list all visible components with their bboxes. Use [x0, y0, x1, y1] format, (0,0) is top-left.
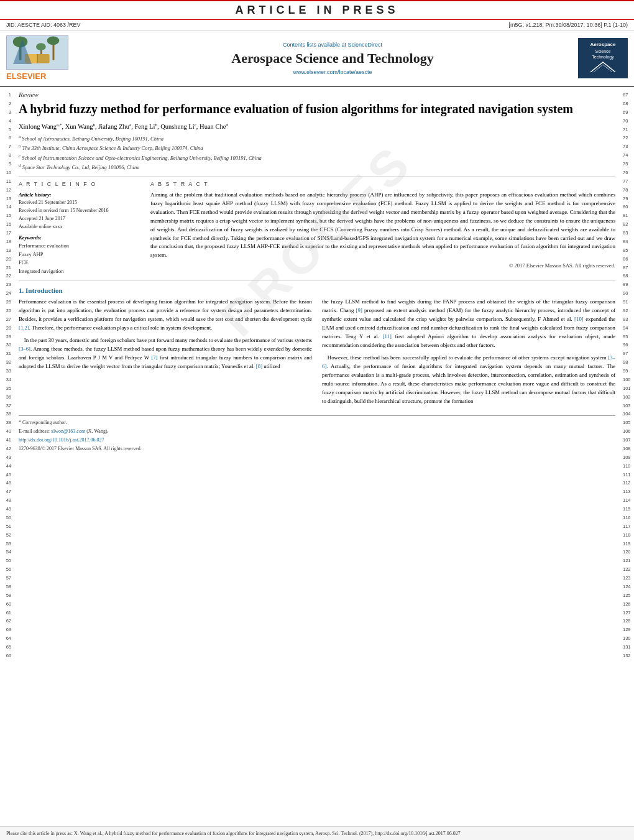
line-num-95: 95 [623, 333, 634, 341]
author-xun: Xun Wangb [65, 123, 95, 130]
line-num-123: 123 [623, 574, 634, 583]
journal-url[interactable]: www.elsevier.com/locate/aescte [87, 69, 578, 75]
top-meta-bar: JID: AESCTE AID: 4063 /REV [m5G; v1.218;… [0, 20, 634, 30]
ast-logo: Aerospace Science Technology [578, 38, 628, 78]
journal-center: Contents lists available at ScienceDirec… [87, 42, 578, 75]
line-num-108: 108 [623, 445, 634, 453]
line-num-100: 100 [623, 376, 634, 384]
line-num-62: 62 [0, 617, 11, 625]
line-num-116: 116 [623, 514, 634, 522]
page-body: 1 2 3 4 5 6 7 8 9 10 11 12 13 14 15 16 1… [0, 87, 634, 660]
line-num-16: 16 [0, 220, 11, 229]
line-num-50: 50 [0, 514, 11, 522]
line-num-94: 94 [623, 324, 634, 333]
line-num-28: 28 [0, 324, 11, 333]
article-in-press-banner: ARTICLE IN PRESS [0, 0, 634, 20]
line-num-126: 126 [623, 600, 634, 609]
line-num-74: 74 [623, 151, 634, 160]
introduction-header: 1. Introduction [19, 287, 615, 294]
journal-header: ELSEVIER Contents lists available at Sci… [0, 30, 634, 87]
line-num-54: 54 [0, 548, 11, 556]
line-num-8: 8 [0, 151, 11, 160]
online-date: Available online xxxx [19, 223, 143, 231]
line-num-120: 120 [623, 548, 634, 556]
copyright-line: © 2017 Elsevier Masson SAS. All rights r… [150, 262, 615, 269]
line-num-20: 20 [0, 255, 11, 264]
line-num-71: 71 [623, 126, 634, 134]
line-num-43: 43 [0, 453, 11, 462]
line-num-130: 130 [623, 634, 634, 643]
line-num-22: 22 [0, 272, 11, 280]
line-num-52: 52 [0, 531, 11, 540]
line-num-90: 90 [623, 289, 634, 298]
line-num-40: 40 [0, 427, 11, 436]
journal-title-header: Aerospace Science and Technology [87, 50, 578, 67]
line-num-88: 88 [623, 272, 634, 280]
abstract-col: A B S T R A C T Aiming at the problem th… [150, 181, 615, 276]
line-num-67: 67 [623, 91, 634, 99]
author-huan: Huan Ched [200, 123, 228, 130]
footnote-corresponding: * Corresponding author. [19, 419, 615, 427]
line-num-69: 69 [623, 108, 634, 117]
line-num-83: 83 [623, 229, 634, 238]
line-num-109: 109 [623, 453, 634, 462]
elsevier-graphic [6, 35, 68, 70]
accepted-date: Accepted 21 June 2017 [19, 215, 143, 223]
line-num-105: 105 [623, 418, 634, 427]
ref-3-6: [3–6] [19, 346, 30, 352]
line-num-44: 44 [0, 462, 11, 471]
svg-rect-10 [587, 61, 618, 73]
affil-a: a School of Astronautics, Beihang Univer… [19, 134, 615, 143]
line-num-128: 128 [623, 617, 634, 625]
line-num-91: 91 [623, 298, 634, 307]
line-num-63: 63 [0, 625, 11, 634]
line-num-129: 129 [623, 625, 634, 634]
line-num-9: 9 [0, 160, 11, 168]
line-num-47: 47 [0, 487, 11, 496]
line-num-84: 84 [623, 238, 634, 246]
line-num-65: 65 [0, 643, 11, 652]
line-num-113: 113 [623, 487, 634, 496]
intro-para-4: However, these method has been successfu… [322, 353, 615, 405]
sciencedirect-anchor[interactable]: ScienceDirect [348, 42, 383, 48]
line-num-25: 25 [0, 298, 11, 307]
line-num-14: 14 [0, 203, 11, 211]
line-num-118: 118 [623, 531, 634, 540]
keyword-1: Performance evaluation [19, 242, 143, 251]
email-label: E-mail address: [19, 428, 51, 434]
doi-link[interactable]: http://dx.doi.org/10.1016/j.ast.2017.06.… [19, 437, 104, 443]
line-num-119: 119 [623, 540, 634, 548]
email-link[interactable]: xlwon@163.com [51, 428, 85, 434]
line-num-96: 96 [623, 341, 634, 349]
line-num-112: 112 [623, 479, 634, 487]
citation-bar: Please cite this article in press as: X.… [0, 826, 634, 840]
keywords-list: Performance evaluation Fuzzy AHP FCE Int… [19, 242, 143, 275]
main-content: PROOFS Review A hybrid fuzzy method for … [14, 87, 620, 660]
abstract-text: Aiming at the problem that traditional e… [150, 191, 615, 261]
line-num-37: 37 [0, 402, 11, 410]
line-num-75: 75 [623, 160, 634, 168]
ref-8: [8] [256, 363, 262, 369]
line-num-124: 124 [623, 583, 634, 591]
keyword-2: Fuzzy AHP [19, 251, 143, 259]
line-num-72: 72 [623, 134, 634, 142]
divider-1 [19, 177, 615, 177]
author-feng: Feng Lib [134, 123, 157, 130]
line-num-53: 53 [0, 540, 11, 548]
line-num-132: 132 [623, 652, 634, 660]
line-num-33: 33 [0, 367, 11, 376]
elsevier-logo-area: ELSEVIER [6, 35, 87, 81]
ref-3-6b: [3–6] [322, 354, 615, 369]
corresponding-label: * Corresponding author. [19, 420, 67, 425]
svg-point-6 [47, 37, 60, 45]
ref-9: [9] [356, 307, 362, 313]
keyword-3: FCE [19, 259, 143, 267]
line-num-117: 117 [623, 522, 634, 531]
author-xinlong: Xinlong Wanga,* [19, 123, 62, 130]
body-col-right: the fuzzy LLSM method to find weights du… [322, 297, 615, 410]
line-num-80: 80 [623, 203, 634, 211]
line-num-93: 93 [623, 315, 634, 324]
line-num-12: 12 [0, 186, 11, 195]
line-num-125: 125 [623, 591, 634, 600]
line-num-3: 3 [0, 108, 11, 117]
